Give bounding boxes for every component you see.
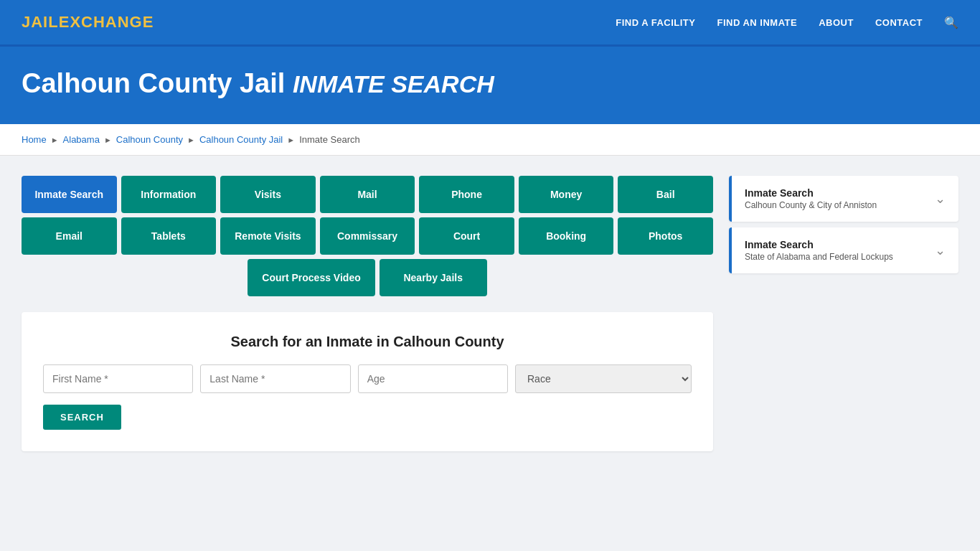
sidebar-card-alabama-text: Inmate Search State of Alabama and Feder… xyxy=(745,239,893,262)
navbar-links: FIND A FACILITY FIND AN INMATE ABOUT CON… xyxy=(616,16,958,29)
tab-row-3: Court Process Video Nearby Jails xyxy=(22,259,713,296)
tab-email[interactable]: Email xyxy=(22,217,117,255)
sidebar-card-calhoun-subtitle: Calhoun County & City of Anniston xyxy=(745,200,877,210)
tab-commissary[interactable]: Commissary xyxy=(320,217,415,255)
breadcrumb-sep-3: ► xyxy=(187,136,195,144)
sidebar-card-alabama-title: Inmate Search xyxy=(745,239,893,250)
tab-visits[interactable]: Visits xyxy=(220,176,316,213)
breadcrumb-home[interactable]: Home xyxy=(22,134,47,145)
tab-court-process-video[interactable]: Court Process Video xyxy=(248,259,374,296)
breadcrumb-jail[interactable]: Calhoun County Jail xyxy=(199,134,283,145)
sidebar-card-calhoun: Inmate Search Calhoun County & City of A… xyxy=(729,176,958,222)
breadcrumb-sep-1: ► xyxy=(51,136,59,144)
hero-banner: Calhoun County Jail INMATE SEARCH xyxy=(0,47,980,124)
search-form-container: Search for an Inmate in Calhoun County R… xyxy=(22,312,713,451)
tab-photos[interactable]: Photos xyxy=(618,217,713,255)
sidebar: Inmate Search Calhoun County & City of A… xyxy=(729,176,958,451)
tab-row-2: Email Tablets Remote Visits Commissary C… xyxy=(22,217,713,255)
sidebar-card-alabama-subtitle: State of Alabama and Federal Lockups xyxy=(745,252,893,262)
sidebar-card-calhoun-title: Inmate Search xyxy=(745,187,877,199)
age-input[interactable] xyxy=(358,364,508,393)
content-area: Inmate Search Information Visits Mail Ph… xyxy=(0,156,980,471)
chevron-down-icon-2: ⌄ xyxy=(935,242,946,258)
breadcrumb-alabama[interactable]: Alabama xyxy=(63,134,100,145)
first-name-input[interactable] xyxy=(43,364,193,393)
logo-part2: XCHANGE xyxy=(70,13,154,31)
find-inmate-link[interactable]: FIND AN INMATE xyxy=(717,17,797,28)
last-name-input[interactable] xyxy=(200,364,350,393)
race-select[interactable]: Race White Black Hispanic Asian Other xyxy=(515,364,692,393)
tab-nearby-jails[interactable]: Nearby Jails xyxy=(380,259,487,296)
search-icon[interactable]: 🔍 xyxy=(944,16,958,29)
breadcrumb-calhoun-county[interactable]: Calhoun County xyxy=(116,134,183,145)
about-link[interactable]: ABOUT xyxy=(819,17,854,28)
find-facility-link[interactable]: FIND A FACILITY xyxy=(616,17,695,28)
tab-court[interactable]: Court xyxy=(419,217,514,255)
tab-row-1: Inmate Search Information Visits Mail Ph… xyxy=(22,176,713,213)
search-button[interactable]: SEARCH xyxy=(43,405,121,430)
sidebar-card-alabama: Inmate Search State of Alabama and Feder… xyxy=(729,227,958,273)
search-form-title: Search for an Inmate in Calhoun County xyxy=(43,334,692,350)
tab-tablets[interactable]: Tablets xyxy=(121,217,217,255)
sidebar-card-alabama-header[interactable]: Inmate Search State of Alabama and Feder… xyxy=(729,227,958,273)
tab-bail[interactable]: Bail xyxy=(618,176,713,213)
main-panel: Inmate Search Information Visits Mail Ph… xyxy=(22,176,713,451)
contact-link[interactable]: CONTACT xyxy=(875,17,923,28)
page-title: Calhoun County Jail INMATE SEARCH xyxy=(22,68,958,99)
logo[interactable]: JAILEXCHANGE xyxy=(22,13,154,32)
tab-phone[interactable]: Phone xyxy=(419,176,514,213)
breadcrumb-sep-4: ► xyxy=(287,136,295,144)
breadcrumb-current: Inmate Search xyxy=(299,134,360,145)
chevron-down-icon: ⌄ xyxy=(935,191,946,207)
tab-money[interactable]: Money xyxy=(519,176,614,213)
tab-remote-visits[interactable]: Remote Visits xyxy=(220,217,316,255)
sidebar-card-calhoun-header[interactable]: Inmate Search Calhoun County & City of A… xyxy=(729,176,958,222)
tab-mail[interactable]: Mail xyxy=(320,176,415,213)
logo-highlight: E xyxy=(59,13,70,31)
tab-booking[interactable]: Booking xyxy=(519,217,614,255)
tab-inmate-search[interactable]: Inmate Search xyxy=(22,176,117,213)
breadcrumb: Home ► Alabama ► Calhoun County ► Calhou… xyxy=(0,124,980,156)
navbar: JAILEXCHANGE FIND A FACILITY FIND AN INM… xyxy=(0,0,980,47)
logo-part1: JAIL xyxy=(22,13,59,31)
search-form-fields: Race White Black Hispanic Asian Other xyxy=(43,364,692,393)
sidebar-card-calhoun-text: Inmate Search Calhoun County & City of A… xyxy=(745,187,877,210)
tab-information[interactable]: Information xyxy=(121,176,217,213)
breadcrumb-sep-2: ► xyxy=(104,136,112,144)
